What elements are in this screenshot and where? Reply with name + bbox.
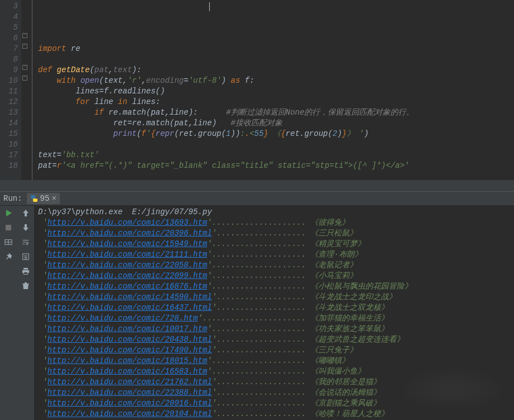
line-number: 6 (0, 33, 18, 44)
line-number: 16 (0, 139, 18, 150)
code-line[interactable]: pat=r'<a href="(.*)" target="_blank" cla… (38, 161, 514, 171)
url-link[interactable]: http://v.baidu.com/comic/10017.htm (48, 324, 208, 333)
url-link[interactable]: http://v.baidu.com/comic/13693.htm (48, 218, 208, 227)
line-number: 15 (0, 129, 18, 139)
line-number: 14 (0, 118, 18, 129)
url-link[interactable]: http://v.baidu.com/comic/14590.html (48, 292, 212, 301)
rerun-icon[interactable] (3, 208, 13, 218)
url-link[interactable]: http://v.baidu.com/comic/16876.htm (48, 282, 208, 291)
line-number: 12 (0, 97, 18, 107)
url-link[interactable]: http://v.baidu.com/comic/20104.html (48, 409, 212, 418)
pin-icon[interactable] (3, 252, 13, 262)
console-line: 'http://v.baidu.com/comic/20438.html'...… (38, 334, 514, 345)
code-line[interactable]: def getDate(pat,text): (38, 65, 514, 75)
line-number: 11 (0, 86, 18, 97)
console-line: 'http://v.baidu.com/comic/16583.htm'....… (38, 366, 514, 377)
stop-icon[interactable] (3, 223, 13, 233)
code-content[interactable]: import re def getDate(pat,text): with op… (32, 0, 514, 180)
close-icon[interactable]: × (51, 194, 56, 203)
url-link[interactable]: http://v.baidu.com/comic/17490.html (48, 346, 212, 355)
run-sidebar (0, 206, 35, 420)
code-line[interactable]: print(f'{repr(ret.group(1)):.<55} 《{ret.… (38, 129, 514, 139)
down-arrow-icon[interactable] (21, 223, 31, 233)
code-line[interactable] (38, 139, 514, 150)
code-line[interactable] (38, 171, 514, 180)
fold-toggle[interactable] (22, 33, 27, 38)
line-number: 3 (0, 1, 18, 12)
url-link[interactable]: http://v.baidu.com/comic/22388.html (48, 388, 212, 397)
url-link[interactable]: http://v.baidu.com/comic/21762.html (48, 377, 212, 386)
fold-toggle[interactable] (22, 75, 27, 81)
code-line[interactable]: import re (38, 44, 514, 54)
url-link[interactable]: http://v.baidu.com/comic/22058.htm (48, 261, 208, 270)
console-line: 'http://v.baidu.com/comic/21111.htm'....… (38, 249, 514, 260)
console-header: D:\py37\python.exe E:/jingy/07/95.py (38, 207, 514, 218)
url-link[interactable]: http://v.baidu.com/comic/728.htm (48, 314, 198, 323)
console-line: 'http://v.baidu.com/comic/10017.htm'....… (38, 324, 514, 334)
url-link[interactable]: http://v.baidu.com/comic/20396.html (48, 229, 212, 238)
line-number-gutter: 3456789101112131415161718 (0, 0, 21, 180)
code-editor[interactable]: 3456789101112131415161718 import re def … (0, 0, 514, 180)
console-line: 'http://v.baidu.com/comic/21762.html'...… (38, 377, 514, 388)
line-number: 8 (0, 54, 18, 65)
trash-icon[interactable] (21, 281, 31, 291)
url-link[interactable]: http://v.baidu.com/comic/18015.htm (48, 356, 208, 365)
svg-rect-0 (6, 225, 11, 230)
url-link[interactable]: http://v.baidu.com/comic/22099.htm (48, 271, 208, 280)
scroll-icon[interactable] (21, 252, 31, 262)
up-arrow-icon[interactable] (21, 208, 31, 218)
line-number: 17 (0, 150, 18, 161)
console-line: 'http://v.baidu.com/comic/728.htm'......… (38, 313, 514, 324)
console-line: 'http://v.baidu.com/comic/20916.html'...… (38, 398, 514, 409)
code-line[interactable]: if re.match(pat,line): #判断过滤掉返回None的行，保留… (38, 107, 514, 118)
console-output[interactable]: D:\py37\python.exe E:/jingy/07/95.py 'ht… (35, 206, 514, 420)
line-number: 4 (0, 12, 18, 22)
line-number: 7 (0, 44, 18, 54)
url-link[interactable]: http://v.baidu.com/comic/15949.htm (48, 239, 208, 248)
run-tool-header: Run: 95 × (0, 191, 514, 206)
code-line[interactable]: text='bb.txt' (38, 150, 514, 161)
line-number: 18 (0, 161, 18, 171)
url-link[interactable]: http://v.baidu.com/comic/20916.html (48, 399, 212, 408)
line-number: 5 (0, 22, 18, 33)
console-line: 'http://v.baidu.com/comic/16876.htm'....… (38, 281, 514, 292)
console-line: 'http://v.baidu.com/comic/20104.html'...… (38, 409, 514, 419)
console-line: 'http://v.baidu.com/comic/17490.html'...… (38, 345, 514, 356)
line-number: 10 (0, 75, 18, 86)
svg-rect-4 (23, 254, 29, 260)
line-number: 13 (0, 107, 18, 118)
code-line[interactable]: ret=re.match(pat,line) #接收匹配对象 (38, 118, 514, 129)
console-line: 'http://v.baidu.com/comic/22388.html'...… (38, 388, 514, 398)
console-line: 'http://v.baidu.com/comic/14590.html'...… (38, 292, 514, 303)
console-line: 'http://v.baidu.com/comic/22099.htm'....… (38, 271, 514, 281)
url-link[interactable]: http://v.baidu.com/comic/21111.htm (48, 250, 208, 259)
fold-toggle[interactable] (22, 65, 27, 70)
code-line[interactable] (38, 54, 514, 65)
console-line: 'http://v.baidu.com/comic/13693.htm'....… (38, 218, 514, 228)
code-line[interactable] (38, 33, 514, 44)
url-link[interactable]: http://v.baidu.com/comic/20438.html (48, 335, 212, 344)
url-link[interactable]: http://v.baidu.com/comic/16437.html (48, 303, 212, 312)
run-config-tab[interactable]: 95 × (27, 193, 60, 204)
splitter[interactable] (0, 180, 514, 191)
code-line[interactable]: for line in lines: (38, 97, 514, 107)
python-icon (30, 195, 38, 202)
fold-column[interactable] (21, 0, 32, 180)
fold-toggle[interactable] (22, 44, 27, 49)
code-line[interactable]: lines=f.readlines() (38, 86, 514, 97)
url-link[interactable]: http://v.baidu.com/comic/16583.htm (48, 367, 208, 376)
run-label: Run: (3, 194, 22, 203)
run-config-name: 95 (40, 194, 50, 203)
code-line[interactable]: with open(text,'r',encoding='utf-8') as … (38, 75, 514, 86)
console-line: 'http://v.baidu.com/comic/18015.htm'....… (38, 356, 514, 366)
layout-icon[interactable] (3, 237, 13, 247)
wrap-icon[interactable] (21, 237, 31, 247)
console-line: 'http://v.baidu.com/comic/22058.htm'....… (38, 260, 514, 271)
console-line: 'http://v.baidu.com/comic/20396.html'...… (38, 228, 514, 239)
line-number: 9 (0, 65, 18, 75)
print-icon[interactable] (21, 266, 31, 276)
console-line: 'http://v.baidu.com/comic/15949.htm'....… (38, 239, 514, 249)
console-line: 'http://v.baidu.com/comic/16437.html'...… (38, 303, 514, 313)
text-cursor (209, 2, 210, 11)
